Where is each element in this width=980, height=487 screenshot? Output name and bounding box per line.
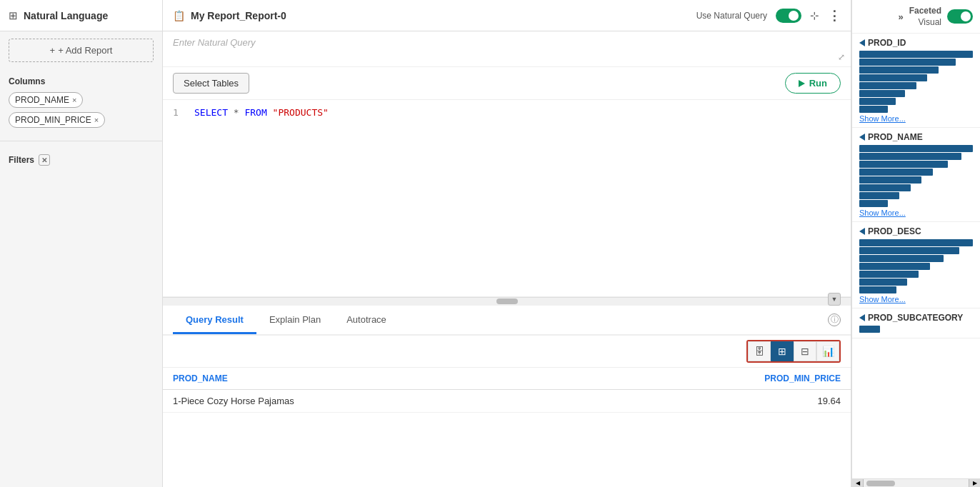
- split-view-icon: ⊟: [801, 346, 809, 357]
- toggle-thumb-right: [961, 11, 971, 21]
- header-controls: Use Natural Query ⊹ ⋮: [696, 8, 841, 24]
- scroll-thumb: [866, 481, 895, 486]
- facet-prod-subcategory-name: PROD_SUBCATEGORY: [868, 313, 963, 323]
- tag-prod-name[interactable]: PROD_NAME ×: [9, 92, 83, 108]
- tabs-list: Query Result Explain Plan Autotrace: [173, 307, 399, 333]
- facet-triangle-icon: [859, 228, 865, 235]
- scroll-down-button[interactable]: ▼: [828, 293, 841, 306]
- col-header-prod-min-price: PROD_MIN_PRICE: [572, 368, 851, 390]
- col-header-prod-name: PROD_NAME: [163, 368, 572, 390]
- facet-prod-name-header[interactable]: PROD_NAME: [859, 132, 973, 142]
- report-title-area: 📋 My Report_Report-0: [173, 10, 286, 21]
- natural-query-toggle[interactable]: [776, 9, 801, 23]
- editor-scroll-bar: ▼: [163, 297, 851, 306]
- main-header: 📋 My Report_Report-0 Use Natural Query ⊹…: [163, 0, 851, 31]
- facet-prod-id-header[interactable]: PROD_ID: [859, 38, 973, 48]
- facet-prod-desc-header[interactable]: PROD_DESC: [859, 226, 973, 236]
- adjust-icon[interactable]: ⊹: [810, 9, 819, 22]
- facet-prod-desc-bars: [859, 239, 973, 293]
- tag-prod-name-label: PROD_NAME: [15, 95, 69, 105]
- table-row: 1-Piece Cozy Horse Pajamas 19.64: [163, 389, 851, 412]
- tag-prod-min-price[interactable]: PROD_MIN_PRICE ×: [9, 112, 105, 128]
- natural-query-label: Use Natural Query: [696, 11, 767, 21]
- tab-query-result[interactable]: Query Result: [173, 307, 256, 334]
- facet-prod-name-show-more[interactable]: Show More...: [859, 209, 973, 217]
- results-container[interactable]: PROD_NAME PROD_MIN_PRICE 1-Piece Cozy Ho…: [163, 368, 851, 488]
- filters-close-button[interactable]: ✕: [39, 154, 50, 166]
- sidebar-header: ⊞ Natural Language: [0, 0, 162, 31]
- code-editor[interactable]: 1 SELECT * FROM "PRODUCTS": [163, 100, 851, 297]
- facet-triangle-icon: [859, 39, 865, 46]
- select-tables-button[interactable]: Select Tables: [173, 73, 249, 94]
- query-input-area[interactable]: Enter Natural Query ⤢: [163, 31, 851, 67]
- facet-prod-subcategory-header[interactable]: PROD_SUBCATEGORY: [859, 313, 973, 323]
- filters-section: Filters ✕: [0, 147, 162, 173]
- table-header-row: PROD_NAME PROD_MIN_PRICE: [163, 368, 851, 390]
- query-placeholder: Enter Natural Query: [173, 37, 256, 48]
- results-table: PROD_NAME PROD_MIN_PRICE 1-Piece Cozy Ho…: [163, 368, 851, 413]
- run-play-icon: [799, 80, 805, 87]
- facet-triangle-icon: [859, 314, 865, 321]
- columns-label: Columns: [9, 76, 154, 86]
- facet-prod-desc-show-more[interactable]: Show More...: [859, 295, 973, 303]
- faceted-label: Faceted: [909, 6, 941, 16]
- sidebar: ⊞ Natural Language + + Add Report Column…: [0, 0, 163, 487]
- scroll-left-button[interactable]: ◀: [852, 479, 864, 487]
- add-report-label: + Add Report: [58, 45, 112, 56]
- info-icon[interactable]: ⓘ: [828, 313, 841, 326]
- facet-prod-name: PROD_NAME Show More...: [852, 128, 980, 222]
- report-title: My Report_Report-0: [191, 10, 286, 21]
- operator-star: *: [234, 107, 245, 118]
- expand-icon[interactable]: ⤢: [838, 52, 845, 62]
- toolbar-row: Select Tables Run: [163, 67, 851, 100]
- main-content: 📋 My Report_Report-0 Use Natural Query ⊹…: [163, 0, 851, 487]
- faceted-visual-toggle[interactable]: [947, 9, 973, 24]
- add-report-button[interactable]: + + Add Report: [9, 39, 154, 62]
- app-title: Natural Language: [24, 10, 108, 21]
- tag-prod-min-price-label: PROD_MIN_PRICE: [15, 115, 91, 125]
- cell-prod-name: 1-Piece Cozy Horse Pajamas: [163, 389, 572, 412]
- grid-view-icon: ⊞: [778, 346, 786, 357]
- add-icon: +: [50, 45, 56, 56]
- facet-prod-id: PROD_ID Show More...: [852, 34, 980, 128]
- toggle-thumb: [789, 11, 799, 21]
- scroll-thumb: [496, 298, 518, 304]
- keyword-select: SELECT: [194, 107, 228, 118]
- run-button[interactable]: Run: [785, 73, 841, 94]
- filters-label: Filters ✕: [9, 154, 154, 166]
- results-toolbar: 🗄 ⊞ ⊟ 📊: [163, 336, 851, 368]
- facet-prod-desc-name: PROD_DESC: [868, 226, 921, 236]
- scroll-right-button[interactable]: ▶: [969, 479, 980, 487]
- cell-prod-min-price: 19.64: [572, 389, 851, 412]
- chart-view-icon: 📊: [822, 346, 834, 357]
- right-panel-header: » Faceted Visual: [852, 0, 980, 34]
- column-tags: PROD_NAME × PROD_MIN_PRICE ×: [9, 92, 154, 128]
- collapse-arrows-button[interactable]: »: [898, 11, 903, 22]
- tabs-bar: Query Result Explain Plan Autotrace ⓘ: [163, 306, 851, 336]
- columns-section: Columns PROD_NAME × PROD_MIN_PRICE ×: [0, 69, 162, 135]
- report-icon: 📋: [173, 10, 185, 21]
- facet-prod-subcategory-bars: [859, 326, 973, 333]
- grid-view-button[interactable]: ⊞: [771, 341, 794, 361]
- facet-triangle-icon: [859, 134, 865, 141]
- facet-prod-name-name: PROD_NAME: [868, 132, 923, 142]
- code-content: SELECT * FROM "PRODUCTS": [194, 107, 329, 118]
- facet-prod-id-show-more[interactable]: Show More...: [859, 114, 973, 123]
- tab-autotrace[interactable]: Autotrace: [334, 307, 399, 334]
- db-view-icon: 🗄: [754, 346, 764, 357]
- right-panel-title: Faceted Visual: [909, 6, 941, 27]
- split-view-button[interactable]: ⊟: [794, 341, 816, 361]
- chart-view-button[interactable]: 📊: [816, 341, 839, 361]
- db-view-button[interactable]: 🗄: [748, 341, 771, 361]
- more-options-button[interactable]: ⋮: [828, 8, 841, 24]
- main-bottom: Query Result Explain Plan Autotrace ⓘ 🗄 …: [163, 306, 851, 488]
- tag-prod-min-price-close[interactable]: ×: [94, 116, 99, 124]
- tag-prod-name-close[interactable]: ×: [72, 96, 76, 104]
- facet-prod-desc: PROD_DESC Show More...: [852, 222, 980, 308]
- right-panel-scrollbar[interactable]: ◀ ▶: [852, 478, 980, 487]
- tab-explain-plan[interactable]: Explain Plan: [256, 307, 334, 334]
- keyword-from: FROM: [244, 107, 266, 118]
- facet-prod-name-bars: [859, 145, 973, 207]
- visual-label: Visual: [919, 17, 941, 27]
- view-button-group: 🗄 ⊞ ⊟ 📊: [746, 340, 841, 363]
